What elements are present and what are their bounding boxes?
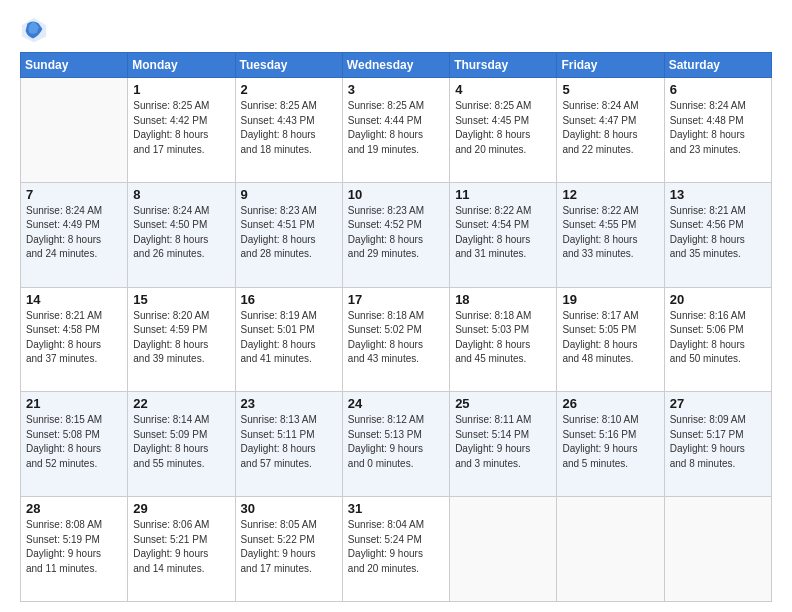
- day-info: Sunrise: 8:09 AM Sunset: 5:17 PM Dayligh…: [670, 413, 766, 471]
- day-number: 23: [241, 396, 337, 411]
- day-number: 31: [348, 501, 444, 516]
- calendar-day-cell: 10Sunrise: 8:23 AM Sunset: 4:52 PM Dayli…: [342, 182, 449, 287]
- calendar-day-cell: 6Sunrise: 8:24 AM Sunset: 4:48 PM Daylig…: [664, 78, 771, 183]
- calendar-day-cell: 7Sunrise: 8:24 AM Sunset: 4:49 PM Daylig…: [21, 182, 128, 287]
- calendar-day-cell: 24Sunrise: 8:12 AM Sunset: 5:13 PM Dayli…: [342, 392, 449, 497]
- calendar-week-row: 28Sunrise: 8:08 AM Sunset: 5:19 PM Dayli…: [21, 497, 772, 602]
- calendar-table: SundayMondayTuesdayWednesdayThursdayFrid…: [20, 52, 772, 602]
- day-info: Sunrise: 8:21 AM Sunset: 4:56 PM Dayligh…: [670, 204, 766, 262]
- day-number: 26: [562, 396, 658, 411]
- day-info: Sunrise: 8:18 AM Sunset: 5:03 PM Dayligh…: [455, 309, 551, 367]
- calendar-day-cell: 23Sunrise: 8:13 AM Sunset: 5:11 PM Dayli…: [235, 392, 342, 497]
- day-info: Sunrise: 8:24 AM Sunset: 4:49 PM Dayligh…: [26, 204, 122, 262]
- logo-icon: [20, 16, 48, 44]
- calendar-day-cell: [664, 497, 771, 602]
- calendar-day-cell: 30Sunrise: 8:05 AM Sunset: 5:22 PM Dayli…: [235, 497, 342, 602]
- day-of-week-header: Saturday: [664, 53, 771, 78]
- header: [20, 16, 772, 44]
- calendar-day-cell: [21, 78, 128, 183]
- calendar-day-cell: [450, 497, 557, 602]
- day-number: 9: [241, 187, 337, 202]
- calendar-day-cell: 13Sunrise: 8:21 AM Sunset: 4:56 PM Dayli…: [664, 182, 771, 287]
- day-info: Sunrise: 8:08 AM Sunset: 5:19 PM Dayligh…: [26, 518, 122, 576]
- day-of-week-header: Sunday: [21, 53, 128, 78]
- calendar-day-cell: 25Sunrise: 8:11 AM Sunset: 5:14 PM Dayli…: [450, 392, 557, 497]
- day-info: Sunrise: 8:11 AM Sunset: 5:14 PM Dayligh…: [455, 413, 551, 471]
- day-info: Sunrise: 8:16 AM Sunset: 5:06 PM Dayligh…: [670, 309, 766, 367]
- calendar-day-cell: 20Sunrise: 8:16 AM Sunset: 5:06 PM Dayli…: [664, 287, 771, 392]
- page: SundayMondayTuesdayWednesdayThursdayFrid…: [0, 0, 792, 612]
- calendar-day-cell: 8Sunrise: 8:24 AM Sunset: 4:50 PM Daylig…: [128, 182, 235, 287]
- day-number: 25: [455, 396, 551, 411]
- calendar-day-cell: 28Sunrise: 8:08 AM Sunset: 5:19 PM Dayli…: [21, 497, 128, 602]
- day-info: Sunrise: 8:15 AM Sunset: 5:08 PM Dayligh…: [26, 413, 122, 471]
- calendar-day-cell: 22Sunrise: 8:14 AM Sunset: 5:09 PM Dayli…: [128, 392, 235, 497]
- day-number: 7: [26, 187, 122, 202]
- day-number: 11: [455, 187, 551, 202]
- day-info: Sunrise: 8:19 AM Sunset: 5:01 PM Dayligh…: [241, 309, 337, 367]
- day-number: 21: [26, 396, 122, 411]
- calendar-week-row: 14Sunrise: 8:21 AM Sunset: 4:58 PM Dayli…: [21, 287, 772, 392]
- day-number: 13: [670, 187, 766, 202]
- day-info: Sunrise: 8:06 AM Sunset: 5:21 PM Dayligh…: [133, 518, 229, 576]
- calendar-day-cell: 9Sunrise: 8:23 AM Sunset: 4:51 PM Daylig…: [235, 182, 342, 287]
- day-info: Sunrise: 8:25 AM Sunset: 4:43 PM Dayligh…: [241, 99, 337, 157]
- calendar-day-cell: 31Sunrise: 8:04 AM Sunset: 5:24 PM Dayli…: [342, 497, 449, 602]
- day-number: 22: [133, 396, 229, 411]
- day-number: 18: [455, 292, 551, 307]
- day-of-week-header: Monday: [128, 53, 235, 78]
- day-number: 14: [26, 292, 122, 307]
- calendar-day-cell: 14Sunrise: 8:21 AM Sunset: 4:58 PM Dayli…: [21, 287, 128, 392]
- day-info: Sunrise: 8:25 AM Sunset: 4:45 PM Dayligh…: [455, 99, 551, 157]
- day-info: Sunrise: 8:05 AM Sunset: 5:22 PM Dayligh…: [241, 518, 337, 576]
- day-info: Sunrise: 8:23 AM Sunset: 4:51 PM Dayligh…: [241, 204, 337, 262]
- calendar-day-cell: 4Sunrise: 8:25 AM Sunset: 4:45 PM Daylig…: [450, 78, 557, 183]
- day-info: Sunrise: 8:24 AM Sunset: 4:48 PM Dayligh…: [670, 99, 766, 157]
- day-info: Sunrise: 8:24 AM Sunset: 4:50 PM Dayligh…: [133, 204, 229, 262]
- calendar-day-cell: 21Sunrise: 8:15 AM Sunset: 5:08 PM Dayli…: [21, 392, 128, 497]
- day-number: 5: [562, 82, 658, 97]
- day-number: 8: [133, 187, 229, 202]
- day-of-week-header: Friday: [557, 53, 664, 78]
- day-number: 2: [241, 82, 337, 97]
- day-number: 17: [348, 292, 444, 307]
- calendar-header-row: SundayMondayTuesdayWednesdayThursdayFrid…: [21, 53, 772, 78]
- calendar-week-row: 7Sunrise: 8:24 AM Sunset: 4:49 PM Daylig…: [21, 182, 772, 287]
- calendar-day-cell: 3Sunrise: 8:25 AM Sunset: 4:44 PM Daylig…: [342, 78, 449, 183]
- calendar-week-row: 1Sunrise: 8:25 AM Sunset: 4:42 PM Daylig…: [21, 78, 772, 183]
- day-info: Sunrise: 8:17 AM Sunset: 5:05 PM Dayligh…: [562, 309, 658, 367]
- calendar-week-row: 21Sunrise: 8:15 AM Sunset: 5:08 PM Dayli…: [21, 392, 772, 497]
- day-of-week-header: Tuesday: [235, 53, 342, 78]
- day-info: Sunrise: 8:04 AM Sunset: 5:24 PM Dayligh…: [348, 518, 444, 576]
- day-number: 10: [348, 187, 444, 202]
- day-info: Sunrise: 8:25 AM Sunset: 4:44 PM Dayligh…: [348, 99, 444, 157]
- calendar-day-cell: 29Sunrise: 8:06 AM Sunset: 5:21 PM Dayli…: [128, 497, 235, 602]
- day-number: 28: [26, 501, 122, 516]
- day-number: 20: [670, 292, 766, 307]
- calendar-day-cell: 27Sunrise: 8:09 AM Sunset: 5:17 PM Dayli…: [664, 392, 771, 497]
- calendar-day-cell: 26Sunrise: 8:10 AM Sunset: 5:16 PM Dayli…: [557, 392, 664, 497]
- day-number: 15: [133, 292, 229, 307]
- day-info: Sunrise: 8:24 AM Sunset: 4:47 PM Dayligh…: [562, 99, 658, 157]
- day-info: Sunrise: 8:22 AM Sunset: 4:55 PM Dayligh…: [562, 204, 658, 262]
- day-info: Sunrise: 8:21 AM Sunset: 4:58 PM Dayligh…: [26, 309, 122, 367]
- day-number: 6: [670, 82, 766, 97]
- day-number: 19: [562, 292, 658, 307]
- day-of-week-header: Wednesday: [342, 53, 449, 78]
- day-number: 27: [670, 396, 766, 411]
- day-info: Sunrise: 8:18 AM Sunset: 5:02 PM Dayligh…: [348, 309, 444, 367]
- day-number: 16: [241, 292, 337, 307]
- day-info: Sunrise: 8:14 AM Sunset: 5:09 PM Dayligh…: [133, 413, 229, 471]
- calendar-day-cell: [557, 497, 664, 602]
- calendar-day-cell: 12Sunrise: 8:22 AM Sunset: 4:55 PM Dayli…: [557, 182, 664, 287]
- calendar-day-cell: 5Sunrise: 8:24 AM Sunset: 4:47 PM Daylig…: [557, 78, 664, 183]
- calendar-day-cell: 1Sunrise: 8:25 AM Sunset: 4:42 PM Daylig…: [128, 78, 235, 183]
- day-of-week-header: Thursday: [450, 53, 557, 78]
- day-info: Sunrise: 8:22 AM Sunset: 4:54 PM Dayligh…: [455, 204, 551, 262]
- day-info: Sunrise: 8:25 AM Sunset: 4:42 PM Dayligh…: [133, 99, 229, 157]
- calendar-day-cell: 16Sunrise: 8:19 AM Sunset: 5:01 PM Dayli…: [235, 287, 342, 392]
- day-info: Sunrise: 8:13 AM Sunset: 5:11 PM Dayligh…: [241, 413, 337, 471]
- day-number: 3: [348, 82, 444, 97]
- day-info: Sunrise: 8:20 AM Sunset: 4:59 PM Dayligh…: [133, 309, 229, 367]
- calendar-day-cell: 18Sunrise: 8:18 AM Sunset: 5:03 PM Dayli…: [450, 287, 557, 392]
